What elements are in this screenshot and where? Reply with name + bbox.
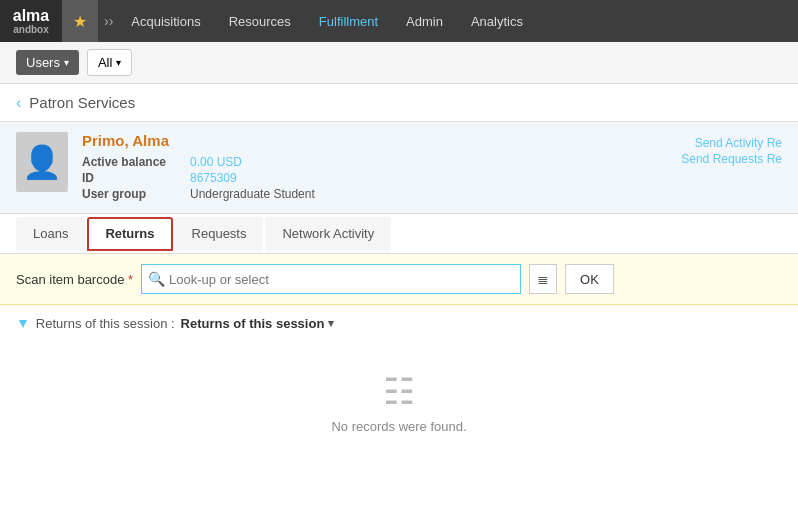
search-bar: Users ▾ All ▾	[0, 42, 798, 84]
avatar-icon: 👤	[22, 143, 62, 181]
nav-items: Acquisitions Resources Fulfillment Admin…	[117, 0, 537, 42]
users-dropdown[interactable]: Users ▾	[16, 50, 79, 75]
users-dropdown-arrow: ▾	[64, 57, 69, 68]
nav-resources[interactable]: Resources	[215, 0, 305, 42]
user-group-value: Undergraduate Student	[190, 187, 315, 201]
no-records-icon: ☷	[383, 371, 415, 413]
logo: alma andbox	[0, 0, 62, 42]
favorites-button[interactable]: ★	[62, 0, 98, 42]
avatar: 👤	[16, 132, 68, 192]
scan-label: Scan item barcode *	[16, 272, 133, 287]
page-title: Patron Services	[29, 94, 135, 111]
nav-acquisitions[interactable]: Acquisitions	[117, 0, 214, 42]
filter-icon: ▼	[16, 315, 30, 331]
search-icon: 🔍	[148, 271, 165, 287]
scan-input[interactable]	[169, 272, 514, 287]
no-records-area: ☷ No records were found.	[0, 341, 798, 464]
send-activity-link[interactable]: Send Activity Re	[695, 136, 782, 150]
back-button[interactable]: ‹	[16, 94, 21, 112]
scan-input-wrapper: 🔍	[141, 264, 521, 294]
top-nav: alma andbox ★ ›› Acquisitions Resources …	[0, 0, 798, 42]
scan-area: Scan item barcode * 🔍 ≣ OK	[0, 254, 798, 305]
tab-requests[interactable]: Requests	[175, 217, 264, 251]
patron-name: Primo, Alma	[82, 132, 782, 149]
tab-loans[interactable]: Loans	[16, 217, 85, 251]
tabs-bar: Loans Returns Requests Network Activity	[0, 214, 798, 254]
ok-button[interactable]: OK	[565, 264, 614, 294]
send-requests-link[interactable]: Send Requests Re	[681, 152, 782, 166]
patron-actions: Send Activity Re Send Requests Re	[681, 136, 782, 166]
user-group-label: User group	[82, 187, 182, 201]
tab-returns[interactable]: Returns	[87, 217, 172, 251]
active-balance-value: 0.00 USD	[190, 155, 242, 169]
no-records-text: No records were found.	[331, 419, 466, 434]
patron-info: Primo, Alma Active balance 0.00 USD ID 8…	[82, 132, 782, 203]
session-arrow: ▾	[328, 317, 334, 330]
user-group-row: User group Undergraduate Student	[82, 187, 782, 201]
id-label: ID	[82, 171, 182, 185]
nav-analytics[interactable]: Analytics	[457, 0, 537, 42]
all-dropdown[interactable]: All ▾	[87, 49, 132, 76]
breadcrumb-arrow: ››	[104, 13, 113, 29]
nav-fulfillment[interactable]: Fulfillment	[305, 0, 392, 42]
active-balance-label: Active balance	[82, 155, 182, 169]
session-bar: ▼ Returns of this session : Returns of t…	[0, 305, 798, 341]
required-indicator: *	[124, 272, 133, 287]
id-value: 8675309	[190, 171, 237, 185]
id-row: ID 8675309	[82, 171, 782, 185]
nav-admin[interactable]: Admin	[392, 0, 457, 42]
session-prefix: Returns of this session :	[36, 316, 175, 331]
patron-card: 👤 Primo, Alma Active balance 0.00 USD ID…	[0, 122, 798, 214]
all-dropdown-arrow: ▾	[116, 57, 121, 68]
tab-network-activity[interactable]: Network Activity	[265, 217, 391, 251]
patron-services-header: ‹ Patron Services	[0, 84, 798, 122]
list-view-button[interactable]: ≣	[529, 264, 557, 294]
session-select[interactable]: Returns of this session ▾	[181, 316, 335, 331]
balance-row: Active balance 0.00 USD	[82, 155, 782, 169]
